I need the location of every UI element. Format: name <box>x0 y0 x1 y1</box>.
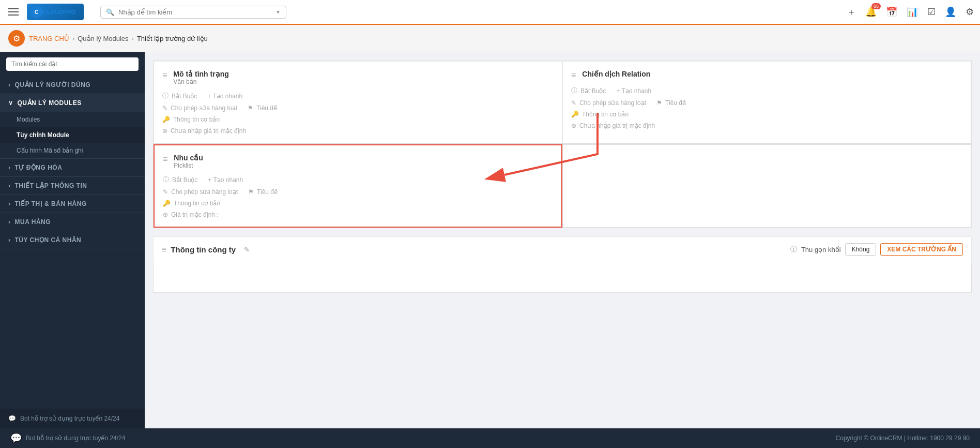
chevron-down-icon: ▼ <box>275 9 281 15</box>
sidebar-section-users: › QUẢN LÝ NGƯỜI DÙNG <box>0 76 145 94</box>
arrow-right-icon3: › <box>8 182 11 189</box>
bat-buoc-option1[interactable]: ⓘ Bắt Buộc <box>162 92 197 100</box>
arrow-right-icon2: › <box>8 164 11 171</box>
cho-phep-option3[interactable]: ✎ Cho phép sửa hàng loạt <box>163 188 238 196</box>
bat-buoc-option3[interactable]: ⓘ Bắt Buộc <box>163 175 197 184</box>
sidebar-item-users[interactable]: › QUẢN LÝ NGƯỜI DÙNG <box>0 76 145 94</box>
sidebar-label-users: QUẢN LÝ NGƯỜI DÙNG <box>15 81 91 88</box>
drag-handle3[interactable]: ≡ <box>163 155 167 164</box>
search-icon: 🔍 <box>106 8 114 16</box>
xem-truong-an-button[interactable]: XEM CÁC TRƯỜNG ẨN <box>880 243 963 256</box>
sidebar-item-modules[interactable]: ∨ QUẢN LÝ MODULES <box>0 94 145 112</box>
tao-nhanh-option3[interactable]: + Tạo nhanh <box>208 176 243 184</box>
info-icon3: ⓘ <box>163 175 169 184</box>
default-icon2: ⊕ <box>571 122 576 129</box>
breadcrumb-home[interactable]: TRANG CHỦ <box>29 35 69 42</box>
sidebar-item-automation[interactable]: › TỰ ĐỘNG HÓA <box>0 159 145 176</box>
sidebar-item-setup[interactable]: › THIẾT LẬP THÔNG TIN <box>0 177 145 195</box>
logo: C CLOUDPRO <box>27 4 84 20</box>
thu-gon-label: Thu gọn khối <box>801 246 841 253</box>
sidebar-label-personal: TÙY CHỌN CÁ NHÂN <box>15 236 82 244</box>
fields-row1: ≡ Mô tả tình trạng Văn bản ⓘ Bắt Buộc <box>153 61 972 144</box>
drag-handle2[interactable]: ≡ <box>571 71 576 80</box>
tieu-de-option2[interactable]: ⚑ Tiêu đề <box>656 99 686 107</box>
content-wrapper: ≡ Mô tả tình trạng Văn bản ⓘ Bắt Buộc <box>145 52 980 428</box>
sidebar-footer: 💬 Bot hỗ trợ sử dụng trực tuyến 24/24 <box>0 409 145 428</box>
sidebar-item-marketing[interactable]: › TIẾP THỊ & BÁN HÀNG <box>0 195 145 213</box>
sidebar-item-purchase[interactable]: › MUA HÀNG <box>0 213 145 231</box>
tao-nhanh-option1[interactable]: + Tạo nhanh <box>207 93 242 100</box>
flag-icon3: ⚑ <box>248 188 254 196</box>
thong-tin-option2[interactable]: 🔑 Thông tin cơ bản <box>571 111 629 118</box>
logo-image: C CLOUDPRO <box>27 4 84 20</box>
cho-phep-option2[interactable]: ✎ Cho phép sửa hàng loạt <box>571 99 646 107</box>
field-option-row3a: ⓘ Bắt Buộc + Tạo nhanh <box>163 175 553 184</box>
flag-icon2: ⚑ <box>656 99 662 107</box>
khong-button[interactable]: Không <box>845 243 877 256</box>
section-drag-handle[interactable]: ≡ <box>162 245 166 255</box>
calendar-button[interactable]: 📅 <box>886 6 897 18</box>
tieu-de-option3[interactable]: ⚑ Tiêu đề <box>248 188 278 196</box>
sidebar-support-text: Bot hỗ trợ sử dụng trực tuyến 24/24 <box>20 415 119 422</box>
tao-nhanh-option2[interactable]: + Tạo nhanh <box>616 87 651 95</box>
field-card-chiendich: ≡ Chiến dịch Relation ⓘ Bắt Buộc <box>562 61 971 143</box>
sidebar-subitem-config[interactable]: Cấu hình Mã số bản ghi <box>0 143 145 158</box>
mac-dinh-option1[interactable]: ⊕ Chưa nhập giá trị mặc định <box>162 127 246 135</box>
drag-handle1[interactable]: ≡ <box>162 71 167 80</box>
thong-tin-option1[interactable]: 🔑 Thông tin cơ bản <box>162 116 220 123</box>
breadcrumb-bar: ⚙ TRANG CHỦ › Quản lý Modules › Thiết lậ… <box>0 25 980 52</box>
notification-button[interactable]: 🔔 65 <box>865 6 877 18</box>
sidebar-section-purchase: › MUA HÀNG <box>0 213 145 231</box>
breadcrumb-level1[interactable]: Quản lý Modules <box>78 35 128 42</box>
sidebar-label-setup: THIẾT LẬP THÔNG TIN <box>15 182 87 189</box>
field-option-row2c: 🔑 Thông tin cơ bản <box>571 111 962 118</box>
flag-icon1: ⚑ <box>248 104 253 112</box>
tieu-de-option1[interactable]: ⚑ Tiêu đề <box>248 104 277 112</box>
breadcrumb-level2: Thiết lập trường dữ liệu <box>137 35 208 42</box>
default-icon3: ⊕ <box>163 211 168 218</box>
field-option-row3b: ✎ Cho phép sửa hàng loạt ⚑ Tiêu đề <box>163 188 553 196</box>
field-option-row2d: ⊕ Chưa nhập giá trị mặc định <box>571 122 962 129</box>
search-bar: 🔍 ▼ <box>100 6 286 19</box>
field-option-row3c: 🔑 Thông tin cơ bản <box>163 200 553 207</box>
sidebar-section-automation: › TỰ ĐỘNG HÓA <box>0 159 145 177</box>
settings-icon: ⚙ <box>8 30 25 47</box>
breadcrumb-sep1: › <box>72 35 74 42</box>
field-option-row1b: ✎ Cho phép sửa hàng loạt ⚑ Tiêu đề <box>162 104 554 112</box>
sidebar-section-setup: › THIẾT LẬP THÔNG TIN <box>0 177 145 195</box>
mac-dinh-option3[interactable]: ⊕ Giá trị mặc định : <box>163 211 219 218</box>
arrow-right-icon4: › <box>8 200 11 207</box>
hamburger-button[interactable] <box>6 6 21 18</box>
field-option-row2b: ✎ Cho phép sửa hàng loạt ⚑ Tiêu đề <box>571 99 962 107</box>
sidebar-subitem-modules[interactable]: Modules <box>0 112 145 127</box>
sidebar-item-personal[interactable]: › TÙY CHỌN CÁ NHÂN <box>0 231 145 249</box>
bat-buoc-option2[interactable]: ⓘ Bắt Buộc <box>571 86 606 95</box>
fields-row2: ≡ Nhu cầu Picklist ⓘ Bắt Buộc <box>153 144 972 228</box>
edit-icon2: ✎ <box>571 99 576 107</box>
sidebar-section-personal: › TÙY CHỌN CÁ NHÂN <box>0 231 145 249</box>
tasks-button[interactable]: ☑ <box>927 6 936 18</box>
field-option-row1a: ⓘ Bắt Buộc + Tạo nhanh <box>162 92 554 100</box>
fields-row2-wrapper: ≡ Nhu cầu Picklist ⓘ Bắt Buộc <box>153 144 972 228</box>
field-card-header1: ≡ Mô tả tình trạng Văn bản <box>162 70 554 85</box>
settings-button[interactable]: ⚙ <box>966 6 974 18</box>
sidebar-subitem-customize[interactable]: Tùy chỉnh Module <box>0 127 145 143</box>
field-card-header3: ≡ Nhu cầu Picklist <box>163 154 553 169</box>
field-card-empty <box>562 144 971 228</box>
section-edit-icon[interactable]: ✎ <box>244 246 250 253</box>
mac-dinh-option2[interactable]: ⊕ Chưa nhập giá trị mặc định <box>571 122 655 129</box>
sidebar-search <box>0 52 145 76</box>
cho-phep-option1[interactable]: ✎ Cho phép sửa hàng loạt <box>162 104 237 112</box>
sidebar-label-automation: TỰ ĐỘNG HÓA <box>15 164 63 171</box>
profile-button[interactable]: 👤 <box>945 6 956 18</box>
sidebar-search-input[interactable] <box>6 57 139 71</box>
chart-button[interactable]: 📊 <box>907 6 918 18</box>
notification-badge: 65 <box>871 3 881 9</box>
add-button[interactable]: ＋ <box>847 6 856 18</box>
section-actions: ⓘ Thu gọn khối Không XEM CÁC TRƯỜNG ẨN <box>790 243 963 256</box>
field-card-motatinh: ≡ Mô tả tình trạng Văn bản ⓘ Bắt Buộc <box>154 61 562 143</box>
search-input[interactable] <box>118 8 271 16</box>
sidebar-section-modules: ∨ QUẢN LÝ MODULES Modules Tùy chỉnh Modu… <box>0 94 145 159</box>
thong-tin-option3[interactable]: 🔑 Thông tin cơ bản <box>163 200 220 207</box>
breadcrumb-sep2: › <box>132 35 134 42</box>
